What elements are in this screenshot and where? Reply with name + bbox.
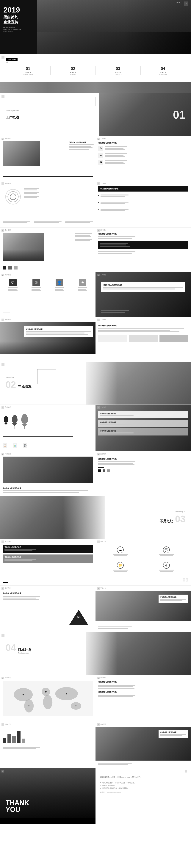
ty-n3: 2. 如需帮助，请联系我们。 xyxy=(100,784,186,787)
s03-l1-accent xyxy=(3,582,8,583)
item1-cn: 工作概述 xyxy=(7,71,49,73)
nav7[interactable]: ⌂ xyxy=(1,274,4,276)
tlc2 xyxy=(105,162,124,163)
s01-text-l3 xyxy=(75,233,94,242)
s01-bottom-bar1 xyxy=(3,176,93,177)
s04r1t2 xyxy=(98,686,133,687)
nav22[interactable]: ⌂ xyxy=(97,723,100,726)
list-item2 xyxy=(98,201,188,206)
s04-sublabel-r1: 目标计划 xyxy=(100,677,106,679)
nav-home[interactable]: ⌂ xyxy=(1,56,4,59)
nav21[interactable]: ⌂ xyxy=(1,723,4,726)
nav2[interactable]: ⌂ xyxy=(97,137,100,140)
r1-item1: 请在此输入您想要的标题 xyxy=(98,411,188,418)
nav6[interactable]: ⌂ xyxy=(97,229,100,231)
ph-s03-l1-t2: 请在此输入您想要的标题 xyxy=(4,556,91,558)
s01-text-l2 xyxy=(24,187,94,199)
tr5a xyxy=(98,329,184,329)
text-r1a xyxy=(105,146,127,151)
nav1[interactable]: ⌂ xyxy=(1,137,4,140)
nav20[interactable]: ⌂ xyxy=(97,677,100,679)
nav17[interactable]: ⌂ xyxy=(1,587,4,590)
bar1 xyxy=(3,738,6,743)
nav11[interactable]: ⌂ xyxy=(1,406,4,409)
icon-t5 xyxy=(32,289,40,290)
nav8[interactable]: ⌂ xyxy=(97,274,100,276)
s01-row2: ⌂ 工作概述 xyxy=(0,181,191,227)
s04-l2-content xyxy=(3,728,93,750)
s04-sublabel-l2: 目标计划 xyxy=(5,723,11,725)
list-item1 xyxy=(98,194,188,199)
nav12[interactable]: ⌂ xyxy=(97,406,100,409)
s02-l2-photo xyxy=(3,457,93,483)
nav16[interactable]: ⌂ xyxy=(97,540,100,543)
ph-r5-title: 请在此输入您想要的标题 xyxy=(98,324,188,327)
lit1 xyxy=(100,194,129,195)
ground-line xyxy=(3,436,73,437)
cover-title-cn: 黑白简约 企业宣传 xyxy=(3,15,34,25)
nav4[interactable]: ⌂ xyxy=(97,182,100,185)
lit3 xyxy=(100,202,129,203)
white-box-l5: 请在此输入您想要的标题 xyxy=(24,327,93,337)
s02-slide-right2: ⌂ 完成情况 请在此输入您想要的标题 xyxy=(96,451,191,496)
s03-l2-content: 请在此输入您想要的标题 xyxy=(3,592,93,600)
sq-r2a xyxy=(98,469,101,472)
nav23[interactable]: ⌂ xyxy=(1,770,4,773)
cover-text-panel: 2019 黑白简约 企业宣传 BLACK AND WHITE CONTRACTE… xyxy=(0,0,37,54)
home-button[interactable]: ⌂ xyxy=(184,1,188,6)
td2-tip xyxy=(12,423,18,426)
nav-s02[interactable]: ⌂ xyxy=(1,363,4,366)
nav15[interactable]: ⌂ xyxy=(1,540,4,543)
s02-sublabel-l1: 完成情况 xyxy=(5,406,11,408)
li1-text xyxy=(100,194,129,197)
bi3t2 xyxy=(65,222,90,223)
item4-num: 04 xyxy=(142,66,184,71)
photo-grad xyxy=(3,250,44,261)
s03-black-item1: 请在此输入您想要的标题 xyxy=(3,545,93,553)
nav5[interactable]: ⌂ xyxy=(1,229,4,231)
s01-photo-l3 xyxy=(3,233,44,261)
dot2 xyxy=(98,203,99,203)
icon-t1 xyxy=(8,287,18,288)
s04-row2: ⌂ 目标计划 ⌂ 目标计划 请在此输入您想要的标题 xyxy=(0,722,191,768)
nav18[interactable]: ⌂ xyxy=(97,587,100,590)
s04r2t2 xyxy=(160,735,183,736)
tl4 xyxy=(69,149,89,150)
s03-heading: Deficiency To 不足之处 03 xyxy=(160,510,185,524)
svg-point-13 xyxy=(23,694,24,695)
s03-sublabel-r2: 不足之处 xyxy=(100,587,106,589)
l2ta xyxy=(3,490,88,491)
icon-r1c: ☎ xyxy=(98,160,103,165)
bar-chart xyxy=(3,728,93,743)
tr4d xyxy=(101,312,125,313)
s04-sublabel-l1: 目标计划 xyxy=(5,677,11,679)
ph-s04-r2: 请在此输入您想要的标题 xyxy=(160,731,187,733)
s01-left: Summary of work 工作概述 xyxy=(0,93,96,136)
nav10[interactable]: ⌂ xyxy=(97,318,100,321)
nav9[interactable]: ⌂ xyxy=(1,318,4,321)
s04-r1-content: 请在此输入您想要的标题 请在此输入您想要的标题 xyxy=(98,681,188,700)
bi2 xyxy=(34,220,62,224)
ph-s03-r2: 请在此输入您想要的标题 xyxy=(160,596,187,598)
nav24[interactable]: ⌂ xyxy=(185,770,187,773)
r1i3t xyxy=(100,433,133,433)
tlb1 xyxy=(105,153,127,154)
ty-n5: 购买地址：http://xxxxxxxxxxxxxxxxx xyxy=(100,792,186,793)
s02-row2: ⌂ 完成情况 请在此输入您想要的标题 ⌂ 完成情况 请在此输入您想要的标题 xyxy=(0,451,191,496)
bi1 xyxy=(3,220,30,224)
nav3[interactable]: ⌂ xyxy=(1,182,4,185)
s04-slide-right2: ⌂ 目标计划 请在此输入您想要的标题 xyxy=(96,722,191,768)
s03l2ta xyxy=(3,596,40,597)
r1-item3: 请在此输入您想要的标题 xyxy=(98,428,188,435)
nav14[interactable]: ⌂ xyxy=(97,453,100,456)
s02-sublabel-r2: 完成情况 xyxy=(100,453,106,455)
td2 xyxy=(12,415,18,429)
s01-sublabel-l5: 工作概述 xyxy=(5,318,11,320)
nav13[interactable]: ⌂ xyxy=(1,453,4,456)
s04-photo xyxy=(86,632,191,675)
nav-s04[interactable]: ⌂ xyxy=(1,634,4,637)
accent-r2 xyxy=(98,467,104,468)
lit6 xyxy=(100,210,125,211)
nav19[interactable]: ⌂ xyxy=(1,677,4,679)
s01-sq-items xyxy=(3,266,93,270)
